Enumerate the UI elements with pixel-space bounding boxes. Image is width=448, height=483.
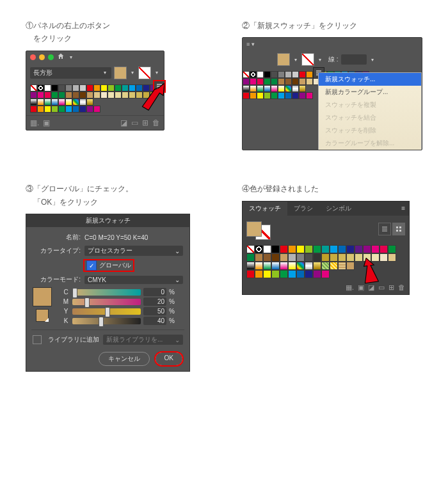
swatch[interactable] (313, 262, 321, 270)
y-value[interactable]: 50 (143, 307, 166, 315)
fill-color-chip[interactable] (114, 67, 127, 79)
swatch[interactable] (363, 245, 371, 253)
grid-view-icon[interactable] (392, 223, 405, 235)
swatch[interactable] (243, 92, 250, 99)
close-icon[interactable] (30, 54, 36, 60)
swatch[interactable] (243, 71, 250, 78)
swatch[interactable] (280, 262, 288, 270)
library-icon[interactable]: ▦. (30, 118, 39, 127)
minimize-icon[interactable] (39, 54, 45, 60)
swatch[interactable] (271, 253, 280, 262)
y-slider[interactable] (72, 308, 141, 315)
swatch[interactable] (72, 106, 79, 113)
chevron-down-icon[interactable]: ▾ (317, 56, 323, 63)
swatch[interactable] (250, 71, 257, 78)
swatch[interactable] (86, 106, 93, 113)
swatch[interactable] (44, 91, 51, 99)
swatch[interactable] (280, 245, 288, 253)
swatch[interactable] (296, 262, 305, 270)
swatch[interactable] (115, 91, 122, 99)
swatch[interactable] (299, 85, 306, 92)
swatch[interactable] (79, 106, 86, 113)
library-icon[interactable]: ▦. (346, 283, 354, 292)
swatch[interactable] (255, 262, 263, 270)
ok-button[interactable]: OK (155, 352, 183, 366)
swatch[interactable] (321, 253, 330, 262)
swatch[interactable] (313, 270, 321, 278)
swatch[interactable] (296, 270, 305, 278)
panel-menu-icon[interactable]: ≡ ▾ (246, 41, 255, 47)
swatch[interactable] (338, 245, 346, 253)
swatch[interactable] (58, 84, 65, 91)
swatch[interactable] (271, 85, 278, 92)
swatch[interactable] (371, 253, 380, 262)
swatch[interactable] (136, 84, 143, 91)
fill-color-chip[interactable] (246, 221, 262, 237)
swatch[interactable] (72, 84, 79, 91)
swatch[interactable] (313, 253, 321, 262)
swatch[interactable] (72, 99, 79, 106)
name-input[interactable]: C=0 M=20 Y=50 K=40 (84, 234, 183, 242)
swatch[interactable] (271, 270, 280, 278)
swatch[interactable] (65, 106, 72, 113)
swatch[interactable] (122, 91, 129, 99)
swatch[interactable] (263, 245, 271, 253)
swatch[interactable] (271, 92, 278, 99)
swatch[interactable] (264, 92, 271, 99)
swatch[interactable] (346, 245, 355, 253)
swatch[interactable] (129, 84, 136, 91)
folder-icon[interactable]: ▣ (43, 118, 50, 127)
swatch[interactable] (292, 85, 299, 92)
tab-brush[interactable]: ブラシ (287, 202, 319, 216)
swatch[interactable] (30, 99, 37, 106)
swatch[interactable] (305, 262, 313, 270)
swatch[interactable] (338, 253, 346, 262)
swatch[interactable] (278, 85, 285, 92)
swatch[interactable] (380, 245, 388, 253)
panel-menu-button[interactable] (154, 81, 165, 92)
swatch[interactable] (100, 91, 108, 99)
swatch[interactable] (263, 270, 271, 278)
cancel-button[interactable]: キャンセル (99, 352, 150, 366)
swatch[interactable] (292, 92, 299, 99)
swatch[interactable] (108, 91, 115, 99)
swatch[interactable] (355, 253, 363, 262)
swatch[interactable] (388, 245, 396, 253)
swatch[interactable] (278, 78, 285, 85)
swatch[interactable] (44, 84, 51, 91)
m-value[interactable]: 20 (143, 297, 166, 306)
swatch[interactable] (363, 253, 371, 262)
swatch[interactable] (263, 262, 271, 270)
swatch[interactable] (305, 270, 313, 278)
swatch[interactable] (306, 71, 313, 78)
swatch[interactable] (51, 106, 58, 113)
swatch[interactable] (285, 71, 292, 78)
swatch[interactable] (79, 99, 86, 106)
swatch[interactable] (371, 245, 380, 253)
swatch[interactable] (79, 84, 86, 91)
swatch[interactable] (30, 106, 37, 113)
show-icon[interactable]: ◪ (368, 283, 374, 292)
swatch[interactable] (246, 270, 255, 278)
chevron-down-icon[interactable]: ▾ (292, 56, 299, 63)
swatch[interactable] (271, 245, 280, 253)
chevron-down-icon[interactable]: ▾ (68, 54, 74, 61)
new-group-icon[interactable]: ▭ (378, 283, 385, 292)
swatch[interactable] (264, 71, 271, 78)
swatch[interactable] (51, 84, 58, 91)
color-mode-select[interactable]: CMYK⌄ (84, 276, 183, 284)
swatch[interactable] (250, 78, 257, 85)
swatch[interactable] (330, 245, 338, 253)
trash-icon[interactable]: 🗑 (152, 118, 160, 127)
stroke-none-chip[interactable] (301, 53, 314, 66)
swatch[interactable] (37, 84, 44, 91)
c-value[interactable]: 0 (143, 288, 166, 296)
swatch[interactable] (93, 84, 100, 91)
swatch[interactable] (37, 99, 44, 106)
swatches-grid[interactable] (243, 242, 409, 281)
swatch[interactable] (313, 245, 321, 253)
swatch[interactable] (288, 253, 296, 262)
swatch[interactable] (299, 92, 306, 99)
swatch[interactable] (72, 91, 79, 99)
k-value[interactable]: 40 (143, 317, 166, 325)
